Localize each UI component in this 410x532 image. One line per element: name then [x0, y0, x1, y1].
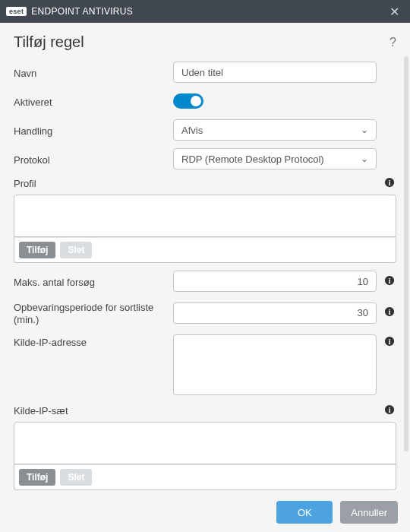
source-ip-set-listbox[interactable] [14, 422, 396, 464]
profile-listbox[interactable] [14, 195, 396, 237]
chevron-down-icon: ⌄ [361, 125, 368, 135]
close-icon[interactable]: ✕ [386, 5, 404, 19]
enabled-label: Aktiveret [14, 94, 173, 108]
action-select-value: Afvis [181, 125, 203, 136]
info-icon[interactable]: i [383, 177, 396, 190]
protocol-label: Protokol [14, 152, 173, 166]
cancel-button[interactable]: Annuller [340, 501, 398, 524]
help-icon[interactable]: ? [390, 36, 396, 49]
action-label: Handling [14, 123, 173, 137]
source-ip-set-section: Kilde-IP-sæt i Tilføj Slet [14, 404, 396, 490]
svg-text:i: i [389, 179, 391, 187]
svg-text:i: i [389, 276, 391, 284]
svg-text:i: i [389, 308, 391, 316]
scrollbar[interactable] [404, 56, 408, 482]
window-title: ENDPOINT ANTIVIRUS [31, 6, 386, 17]
profile-label: Profil [14, 178, 377, 189]
protocol-select[interactable]: RDP (Remote Desktop Protocol) ⌄ [173, 148, 377, 169]
ok-button[interactable]: OK [276, 501, 333, 524]
protocol-select-value: RDP (Remote Desktop Protocol) [181, 154, 324, 165]
page-title: Tilføj regel [14, 33, 390, 51]
name-label: Navn [14, 65, 173, 79]
source-ip-set-delete-button: Slet [60, 469, 92, 486]
info-icon[interactable]: i [383, 275, 396, 288]
max-attempts-input[interactable] [173, 271, 377, 292]
enabled-toggle[interactable] [173, 93, 203, 109]
profile-add-button[interactable]: Tilføj [19, 242, 55, 258]
source-ip-textarea[interactable] [173, 334, 377, 395]
brand-logo: eset [6, 7, 27, 16]
chevron-down-icon: ⌄ [361, 154, 368, 164]
window-titlebar: eset ENDPOINT ANTIVIRUS ✕ [0, 0, 410, 23]
svg-text:i: i [389, 405, 391, 413]
source-ip-set-label: Kilde-IP-sæt [14, 405, 377, 416]
info-icon[interactable]: i [383, 334, 396, 349]
max-attempts-label: Maks. antal forsøg [14, 274, 173, 288]
source-ip-set-listbox-actions: Tilføj Slet [14, 464, 396, 490]
retention-label: Opbevaringsperiode for sortliste (min.) [14, 299, 173, 327]
dialog-content: Tilføj regel ? Navn Aktiveret Handling A… [0, 23, 410, 492]
retention-input[interactable] [173, 302, 377, 324]
svg-text:i: i [389, 337, 391, 345]
info-icon[interactable]: i [383, 306, 396, 319]
info-icon[interactable]: i [383, 404, 396, 417]
action-select[interactable]: Afvis ⌄ [173, 119, 377, 141]
source-ip-label: Kilde-IP-adresse [14, 334, 173, 348]
name-input[interactable] [173, 62, 377, 83]
profile-listbox-actions: Tilføj Slet [14, 237, 396, 263]
dialog-footer: OK Annuller [0, 492, 410, 532]
source-ip-set-add-button[interactable]: Tilføj [19, 469, 55, 486]
profile-section: Profil i Tilføj Slet [14, 177, 396, 263]
profile-delete-button: Slet [60, 242, 92, 258]
